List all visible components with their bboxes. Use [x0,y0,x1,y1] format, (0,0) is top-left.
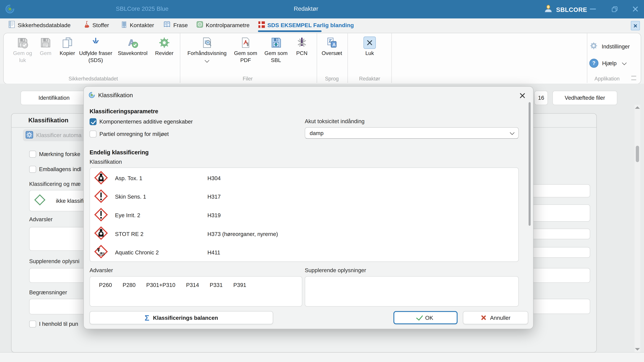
additive-properties-checkbox[interactable]: Komponenternes additive egenskaber [90,118,193,125]
flask-icon [83,20,90,29]
dialog-logo-icon [88,91,96,100]
gear-green-icon [158,36,170,49]
help-icon: ? [589,59,598,68]
close-editor-button[interactable]: Luk [358,36,382,57]
restore-button[interactable] [609,4,620,13]
partial-conversion-checkbox[interactable]: Partiel omregning for miljøet [90,131,169,138]
minimize-button[interactable] [587,4,598,13]
close-editor-icon [364,36,376,49]
ok-button[interactable]: OK [394,311,458,324]
save-as-pdf-button[interactable]: Gem som PDF [230,36,261,64]
preview-icon [201,36,213,49]
classification-list[interactable]: Asp. Tox. 1 H304 Skin Sens. 1 H317 Eye I… [90,167,519,262]
statusbar [0,352,644,362]
preview-button[interactable]: Forhåndsvisning [184,36,230,62]
close-button[interactable] [630,4,641,13]
ghs08-health-hazard-icon [94,171,108,186]
close-icon [633,24,637,28]
window-scrollbar[interactable] [634,105,640,352]
acute-toxicity-label: Akut toksicitet indånding [305,118,364,124]
tab-label: Frase [173,22,188,28]
section-tab-16[interactable]: 16 [534,91,548,105]
save-as-sbl-button[interactable]: Gem som SBL [260,36,292,64]
fill-phrases-button[interactable]: Udfylde fraser (SDS) [78,36,113,64]
classification-row[interactable]: STOT RE 2 H373 (høreorganer, nyrerne) [90,225,518,243]
ribbon-group-label: Sprog [311,76,352,82]
revise-button[interactable]: Revider [152,36,176,57]
tab-kontrolparametre[interactable]: Kontrolparametre [196,18,250,31]
classification-row[interactable]: Aquatic Chronic 2 H411 [90,243,518,262]
checkbox-icon [29,166,36,173]
ribbon-group-label: Filer [206,76,289,82]
section-tab-identifikation[interactable]: Identifikation [20,91,88,105]
classification-row[interactable]: Skin Sens. 1 H317 [90,188,518,206]
ribbon-group-label: Applikation [582,76,632,82]
tab-label: Kontakter [130,22,154,28]
checkbox-icon [29,151,36,158]
dialog-supplementary-field[interactable] [305,276,519,307]
tab-kontakter[interactable]: Kontakter [121,18,154,31]
tab-stoffer[interactable]: Stoffer [83,18,109,31]
group-separator [348,33,348,83]
translate-button[interactable]: A Oversæt [318,36,346,57]
params-heading: Klassificeringsparametre [90,108,158,114]
titlebar: SBLCore 2025 Blue Redaktør SBLCORE [0,0,644,18]
group-separator [180,33,180,83]
tab-label: SDS EKSEMPEL Farlig blanding [267,22,354,28]
app-name: SBLCore 2025 Blue [116,5,168,12]
ghs08-health-hazard-icon [94,226,108,242]
p-code: P280 [122,282,136,288]
book-icon [163,21,171,29]
final-heading: Endelig klassificering [90,149,149,156]
checkbox-icon [29,321,36,328]
classification-balance-button[interactable]: Σ Klassificerings balancen [90,311,273,324]
classification-labeling-label: Klassificering og mæ [29,181,81,187]
chevron-down-icon [204,58,209,62]
window-title: Redaktør [263,5,349,12]
settings-button[interactable]: Indstillinger [589,41,630,51]
supplementary-label: Supplerende oplysni [29,258,80,264]
help-button[interactable]: ? Hjælp [589,59,626,68]
gear-icon [589,41,598,51]
acute-toxicity-select[interactable]: damp [305,127,519,139]
select-value: damp [310,130,324,136]
close-document-tab-button[interactable] [631,21,640,30]
user-name: SBLCORE [556,6,587,13]
user-account[interactable]: SBLCORE [544,4,587,15]
attached-files-button[interactable]: Vedhæftede filer [552,91,617,105]
save-and-close-button: Gem og luk [10,36,36,64]
tab-sikkerhedsdatablade[interactable]: Sikkerhedsdatablade [8,18,70,31]
ghs09-environment-icon [94,245,108,260]
dialog-close-button[interactable] [518,91,528,100]
p-codes-field[interactable]: P260 P280 P301+P310 P314 P331 P391 [90,276,302,307]
ghs07-exclamation-icon [94,189,108,205]
scroll-down-icon[interactable] [635,348,640,351]
cancel-button[interactable]: Annuller [463,311,528,324]
save-icon [40,36,52,49]
dialog-scrollbar-thumb[interactable] [528,102,531,226]
translate-icon: A [326,36,338,49]
app-logo-icon [4,3,16,16]
auto-classify-icon [26,131,33,140]
classification-row[interactable]: Eye Irrit. 2 H319 [90,206,518,225]
pcn-button[interactable]: PCN [293,36,311,57]
chevron-down-icon [510,130,514,135]
scrollbar-thumb[interactable] [636,146,639,162]
tab-sds-eksempel-farlig-blanding[interactable]: SDS EKSEMPEL Farlig blanding [258,18,354,31]
spellcheck-button[interactable]: A Stavekontrol [114,36,152,57]
scroll-up-icon[interactable] [635,106,640,109]
dialog-title: Klassifikation [98,92,133,98]
target-icon [196,21,204,29]
classification-row[interactable]: Asp. Tox. 1 H304 [90,169,518,188]
copy-button[interactable]: Kopier [57,36,78,57]
tab-label: Stoffer [92,22,109,28]
save-close-icon [16,36,29,49]
save-button: Gem [36,36,55,57]
group-options-icon[interactable] [631,76,636,80]
tab-frase[interactable]: Frase [163,18,188,31]
copy-icon [61,36,74,49]
restore-icon [611,6,618,12]
user-avatar-icon [544,4,553,15]
app-window: SBLCore 2025 Blue Redaktør SBLCORE Sikke… [0,0,644,362]
check-icon [416,313,423,320]
